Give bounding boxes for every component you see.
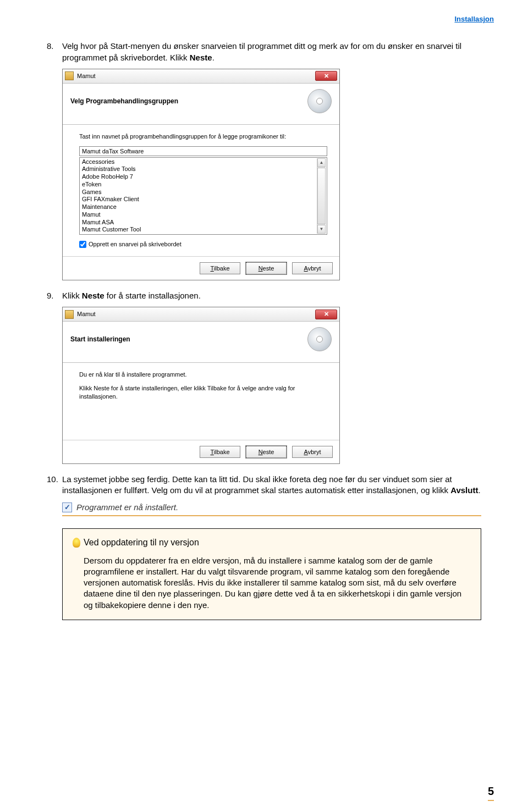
app-icon — [65, 310, 74, 319]
dialog-start-install: Mamut ✕ Start installeringen Du er nå kl… — [62, 307, 340, 464]
divider — [62, 515, 481, 516]
page-number: 5 — [488, 784, 494, 801]
step-10: 10. La systemet jobbe seg ferdig. Dette … — [47, 474, 481, 496]
dialog-body: Tast inn navnet på programbehandlingsgru… — [63, 125, 339, 256]
list-item[interactable]: Mamut Customer Tool — [82, 226, 316, 234]
cancel-button[interactable]: Avbryt — [292, 446, 333, 458]
back-button[interactable]: Tilbake — [200, 262, 240, 274]
checkmark-icon: ✓ — [62, 502, 72, 512]
list-item[interactable]: Accessories — [82, 158, 316, 166]
note-body: Dersom du oppdaterer fra en eldre versjo… — [73, 555, 471, 611]
dialog-footer: Tilbake Neste Avbryt — [63, 440, 339, 463]
dialog-titlebar: Mamut ✕ — [63, 307, 339, 322]
dialog-title: Mamut — [77, 310, 315, 318]
list-item[interactable]: Mamut — [82, 211, 316, 219]
scroll-up-icon[interactable]: ▲ — [317, 158, 326, 167]
step-9: 9. Klikk Neste for å starte installasjon… — [47, 290, 481, 301]
dialog-line: Du er nå klar til å installere programme… — [79, 371, 327, 379]
program-group-input[interactable] — [79, 146, 327, 156]
cancel-button[interactable]: Avbryt — [292, 262, 333, 274]
header-link-area: Installasjon — [0, 0, 528, 41]
dialog-footer: Tilbake Neste Avbryt — [63, 256, 339, 280]
list-item[interactable]: Adobe RoboHelp 7 — [82, 173, 316, 181]
next-button[interactable]: Neste — [246, 262, 287, 274]
note-title-row: Ved oppdatering til ny versjon — [73, 537, 471, 549]
step-text: Klikk Neste for å starte installasjonen. — [62, 290, 481, 301]
scroll-down-icon[interactable]: ▼ — [317, 225, 326, 234]
lightbulb-icon — [73, 538, 80, 548]
close-icon[interactable]: ✕ — [315, 71, 337, 81]
scroll-thumb[interactable] — [317, 168, 326, 225]
list-item[interactable]: Games — [82, 189, 316, 196]
note-upgrade-version: Ved oppdatering til ny versjon Dersom du… — [62, 528, 481, 620]
dialog-header: Velg Programbehandlingsgruppen — [63, 84, 339, 125]
back-button[interactable]: Tilbake — [200, 446, 240, 458]
dialog-heading: Start installeringen — [70, 335, 307, 344]
desktop-shortcut-checkbox[interactable]: Opprett en snarvei på skrivebordet — [79, 240, 327, 248]
dialog-header: Start installeringen — [63, 322, 339, 363]
step-number: 8. — [47, 41, 62, 63]
list-item[interactable]: Administrative Tools — [82, 165, 316, 173]
dialog-titlebar: Mamut ✕ — [63, 69, 339, 84]
list-item[interactable]: Maintenance — [82, 203, 316, 211]
cd-icon — [307, 327, 332, 351]
checkbox-label: Opprett en snarvei på skrivebordet — [89, 240, 182, 248]
list-items: Accessories Administrative Tools Adobe R… — [81, 158, 317, 234]
note-title-text: Ved oppdatering til ny versjon — [84, 537, 199, 549]
list-item[interactable]: GFI FAXmaker Client — [82, 196, 316, 203]
step-text: Velg hvor på Start-menyen du ønsker snar… — [62, 41, 481, 63]
list-item[interactable]: Mamut ASA — [82, 219, 316, 227]
step-text: La systemet jobbe seg ferdig. Dette kan … — [62, 474, 481, 496]
program-group-list[interactable]: Accessories Administrative Tools Adobe R… — [79, 157, 327, 235]
step-number: 9. — [47, 290, 62, 301]
dialog-program-group: Mamut ✕ Velg Programbehandlingsgruppen T… — [62, 69, 340, 280]
scrollbar[interactable]: ▲ ▼ — [317, 158, 326, 234]
installasjon-link[interactable]: Installasjon — [454, 15, 494, 23]
step-number: 10. — [47, 474, 62, 496]
dialog-body: Du er nå klar til å installere programme… — [63, 363, 339, 440]
list-item[interactable]: eToken — [82, 181, 316, 189]
step-8: 8. Velg hvor på Start-menyen du ønsker s… — [47, 41, 481, 63]
next-button[interactable]: Neste — [246, 446, 287, 458]
install-complete-row: ✓ Programmet er nå installert. — [62, 502, 481, 513]
close-icon[interactable]: ✕ — [315, 310, 337, 319]
dialog-line: Klikk Neste for å starte installeringen,… — [79, 384, 327, 401]
dialog-title: Mamut — [77, 72, 315, 80]
dialog-heading: Velg Programbehandlingsgruppen — [70, 97, 307, 106]
dialog-instruction: Tast inn navnet på programbehandlingsgru… — [79, 132, 327, 141]
checkbox-input[interactable] — [79, 241, 86, 248]
app-icon — [65, 71, 74, 80]
cd-icon — [307, 89, 332, 113]
install-complete-text: Programmet er nå installert. — [76, 502, 178, 513]
